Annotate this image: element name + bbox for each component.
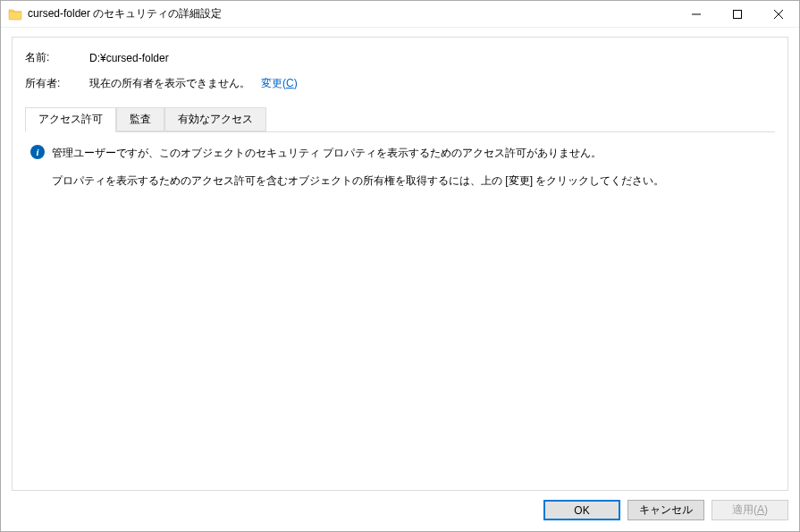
apply-button[interactable]: 適用(A) (712, 500, 788, 520)
name-row: 名前: D:¥cursed-folder (25, 50, 775, 65)
change-link-paren-close: ) (294, 77, 298, 89)
change-link-key: C (286, 77, 294, 89)
ok-button[interactable]: OK (543, 500, 620, 520)
apply-button-prefix: 適用 (732, 503, 754, 516)
cancel-button[interactable]: キャンセル (627, 500, 704, 520)
close-button[interactable] (758, 1, 799, 27)
tab-body: i 管理ユーザーですが、このオブジェクトのセキュリティ プロパティを表示するため… (25, 132, 775, 481)
content-area: 名前: D:¥cursed-folder 所有者: 現在の所有者を表示できません… (1, 28, 799, 491)
hint-row: プロパティを表示するためのアクセス許可を含むオブジェクトの所有権を取得するには、… (30, 173, 770, 190)
info-message-text: 管理ユーザーですが、このオブジェクトのセキュリティ プロパティを表示するためのア… (52, 145, 602, 162)
svg-rect-0 (734, 10, 742, 18)
owner-row: 所有者: 現在の所有者を表示できません。 変更(C) (25, 76, 775, 91)
tab-permissions-label: アクセス許可 (38, 113, 103, 125)
tab-auditing[interactable]: 監査 (116, 107, 164, 131)
hint-text: プロパティを表示するためのアクセス許可を含むオブジェクトの所有権を取得するには、… (52, 173, 664, 190)
window-controls (676, 1, 799, 27)
owner-value: 現在の所有者を表示できません。 (89, 76, 250, 91)
minimize-button[interactable] (676, 1, 717, 27)
info-message-row: i 管理ユーザーですが、このオブジェクトのセキュリティ プロパティを表示するため… (30, 145, 770, 162)
tab-effective-access-label: 有効なアクセス (178, 113, 253, 125)
change-owner-link[interactable]: 変更(C) (261, 76, 298, 91)
maximize-button[interactable] (717, 1, 758, 27)
tabs: アクセス許可 監査 有効なアクセス (25, 107, 775, 132)
tab-auditing-label: 監査 (130, 113, 151, 125)
name-label: 名前: (25, 50, 89, 65)
tab-permissions[interactable]: アクセス許可 (25, 107, 116, 132)
titlebar: cursed-folder のセキュリティの詳細設定 (1, 1, 799, 28)
window-title: cursed-folder のセキュリティの詳細設定 (28, 6, 676, 21)
ok-button-label: OK (574, 504, 589, 517)
folder-icon (8, 7, 22, 21)
tab-effective-access[interactable]: 有効なアクセス (164, 107, 266, 131)
apply-button-key: A (757, 503, 764, 516)
info-icon: i (30, 145, 45, 159)
name-value: D:¥cursed-folder (89, 52, 169, 64)
change-link-prefix: 変更 (261, 77, 282, 89)
footer: OK キャンセル 適用(A) (1, 491, 799, 531)
owner-label: 所有者: (25, 76, 89, 91)
apply-button-paren-close: ) (764, 503, 768, 516)
inner-panel: 名前: D:¥cursed-folder 所有者: 現在の所有者を表示できません… (12, 37, 788, 491)
cancel-button-label: キャンセル (639, 503, 693, 516)
